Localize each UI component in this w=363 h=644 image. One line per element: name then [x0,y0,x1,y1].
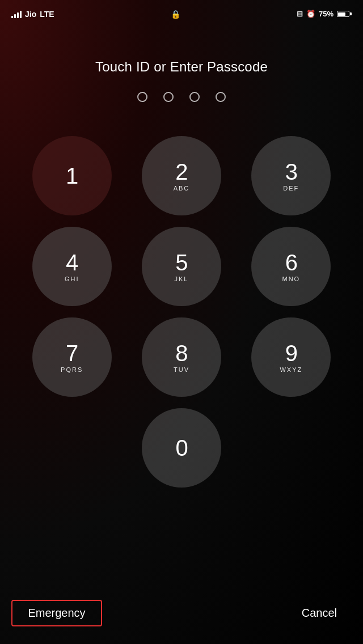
passcode-title: Touch ID or Enter Passcode [95,59,268,75]
dot-4 [216,92,226,102]
battery-percent: 75% [319,10,334,18]
key-6-letters: MNO [282,276,300,282]
key-6[interactable]: 6 MNO [251,227,331,306]
key-9[interactable]: 9 WXYZ [251,317,331,397]
key-8-letters: TUV [174,366,189,373]
carrier-label: Jio [25,10,36,19]
key-7[interactable]: 7 PQRS [32,317,112,397]
key-5-letters: JKL [175,276,189,282]
key-8-number: 8 [175,342,187,365]
dot-2 [163,92,174,102]
key-9-letters: WXYZ [280,366,302,373]
passcode-dots [137,92,226,102]
keypad: 1 2 ABC 3 DEF 4 GHI 5 JKL 6 MNO 7 PQRS 8 [0,136,363,397]
status-right: ⊟ ⏰ 75% [297,10,352,18]
key-2[interactable]: 2 ABC [142,136,221,215]
key-7-number: 7 [66,342,78,365]
key-3-number: 3 [285,160,297,183]
key-2-letters: ABC [174,185,190,192]
key-7-letters: PQRS [61,366,83,373]
key-3[interactable]: 3 DEF [251,136,331,215]
key-5-number: 5 [175,251,187,274]
battery-icon [337,11,352,17]
cancel-button[interactable]: Cancel [293,601,346,625]
dot-3 [189,92,200,102]
key-0[interactable]: 0 [142,408,221,488]
key-6-number: 6 [285,251,297,274]
key-1-number: 1 [66,164,78,187]
signal-icon [11,10,22,18]
key-4-number: 4 [66,251,78,274]
emergency-button[interactable]: Emergency [11,600,102,626]
network-label: LTE [40,10,54,19]
bottom-bar: Emergency Cancel [0,593,363,644]
status-left: Jio LTE [11,10,54,19]
key-9-number: 9 [285,342,297,365]
dot-1 [137,92,147,102]
key-1[interactable]: 1 [32,136,112,215]
bed-icon: ⊟ [297,10,303,18]
status-bar: Jio LTE 🔒 ⊟ ⏰ 75% [0,0,363,25]
lock-icon: 🔒 [171,10,180,19]
zero-row: 0 [119,408,244,488]
key-2-number: 2 [175,160,187,183]
key-5[interactable]: 5 JKL [142,227,221,306]
key-0-number: 0 [175,437,187,459]
main-content: Touch ID or Enter Passcode 1 2 ABC 3 DEF… [0,25,363,488]
key-8[interactable]: 8 TUV [142,317,221,397]
key-4-letters: GHI [65,276,79,282]
key-3-letters: DEF [283,185,299,192]
key-4[interactable]: 4 GHI [32,227,112,306]
alarm-icon: ⏰ [306,10,315,18]
